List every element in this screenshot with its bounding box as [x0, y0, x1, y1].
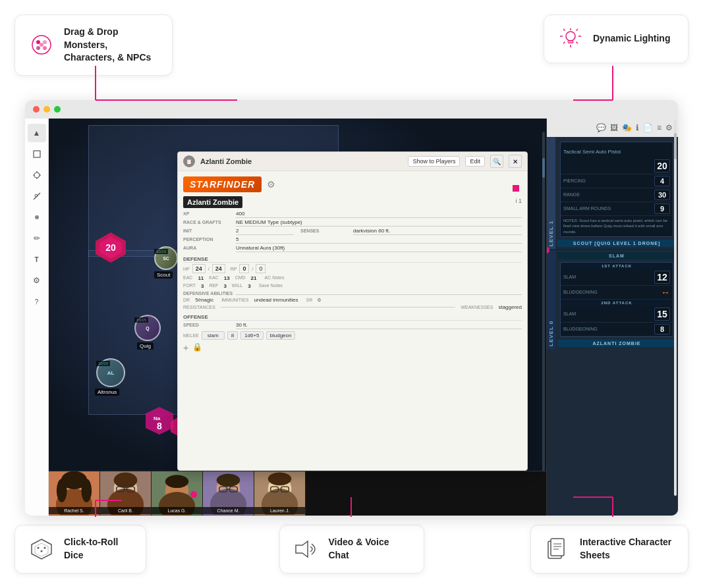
damage-value: 20 [654, 159, 670, 173]
svg-point-35 [35, 215, 39, 219]
svg-point-2 [43, 40, 47, 44]
attack2-type: bludgeoning [563, 327, 654, 332]
player-lucas[interactable]: Lucas G. [152, 471, 203, 516]
svg-point-29 [34, 173, 40, 178]
svg-rect-28 [34, 151, 40, 157]
lightbulb-icon [557, 26, 584, 52]
player-rachel[interactable]: Rachel S. [49, 471, 100, 516]
attack2-weapon: slam [563, 311, 654, 317]
list-icon[interactable]: ≡ [657, 123, 661, 132]
rachel-name: Rachel S. [49, 507, 99, 514]
attack2-value: 15 [654, 307, 670, 321]
attack1-type-row: bludgeoning ↔ [561, 286, 673, 300]
feature-card-dice: Click-to-Roll Dice [14, 525, 146, 574]
attack1-icon: ↔ [661, 287, 670, 298]
character-sheet-popup[interactable]: 📋 Azlanti Zombie Show to Players Edit 🔍 … [177, 151, 528, 471]
dice-d20-pink: 20 [94, 230, 128, 265]
close-popup-button[interactable]: ✕ [509, 155, 522, 168]
attack1-weapon-row: slam 12 [561, 269, 673, 286]
zombie-section-row: LEVEL 0 SLAM 1st ATTACK slam 12 [547, 250, 678, 349]
starfinder-logo: STARFINDER [183, 176, 262, 192]
chance-name: Chance M. [203, 507, 254, 514]
measure-tool[interactable] [28, 187, 46, 205]
popup-header: 📋 Azlanti Zombie Show to Players Edit 🔍 … [178, 152, 527, 171]
svg-point-3 [36, 46, 40, 50]
right-panel-scrollbar[interactable] [674, 120, 677, 496]
show-players-button[interactable]: Show to Players [408, 156, 460, 167]
defense-stats-row: HP 24 / 24 RP 0 / 0 [183, 264, 522, 273]
char-sheets-label: Interactive Character Sheets [580, 536, 675, 562]
saves-row: FORT3 REF3 WILL3 Save Notes [183, 283, 522, 289]
popup-avatar-icon: 📋 [183, 155, 195, 167]
search-popup-button[interactable]: 🔍 [490, 155, 503, 168]
pan-tool[interactable] [28, 145, 46, 163]
svg-marker-18 [35, 543, 48, 556]
journal-icon[interactable]: 📄 [643, 123, 653, 132]
svg-marker-22 [296, 541, 308, 557]
popup-gear-icon[interactable]: ⚙ [267, 179, 275, 190]
zombie-level-badge: LEVEL 0 [547, 250, 555, 349]
add-melee-button[interactable]: + [183, 342, 188, 353]
ping-tool[interactable] [28, 208, 46, 227]
audio-icon [293, 536, 320, 562]
svg-point-50 [81, 479, 92, 502]
player-chance[interactable]: Chance M. [203, 471, 254, 516]
popup-logo-row: STARFINDER ⚙ [183, 176, 522, 192]
attack1-weapon: slam [563, 275, 654, 280]
map-area[interactable]: 20 10 AC 13/13 Aeon Guard Cadet SAC [49, 119, 546, 516]
edit-button[interactable]: Edit [465, 156, 485, 167]
popup-pink-marker [513, 185, 519, 192]
svg-point-6 [566, 32, 575, 41]
settings-panel-icon[interactable]: ⚙ [665, 123, 673, 132]
carli-name: Carli B. [100, 507, 151, 514]
video-voice-label: Video & Voice Chat [329, 536, 410, 562]
damage-type-row: piercing 4 [561, 174, 673, 188]
resist-weak-row: RESISTANCES WEAKNESSES staggered [183, 304, 522, 310]
sidebar-tools: ▲ ✏ T ⚙ ? [25, 119, 49, 516]
help-tool[interactable]: ? [28, 292, 46, 311]
player-lauren[interactable]: Lauren J. [254, 471, 306, 516]
image-icon[interactable]: 🖼 [610, 123, 618, 132]
zombie-name-badge: Azlanti Zombie [183, 196, 242, 208]
map-scrollbar[interactable] [542, 132, 545, 502]
text-tool[interactable]: T [28, 250, 46, 269]
lock-icon: 🔒 [192, 342, 202, 353]
zombie-attack-section: LEVEL 0 SLAM 1st ATTACK slam 12 [547, 250, 678, 349]
scout-weapon-panel: Tactical Semi Auto Pistol 20 piercing 4 [555, 137, 678, 249]
attack2-type-row: bludgeoning 8 [561, 323, 673, 336]
label-scout: Scout [154, 271, 173, 279]
svg-line-14 [576, 42, 578, 44]
app-content: ▲ ✏ T ⚙ ? [25, 119, 678, 516]
palette-icon [28, 32, 55, 58]
maximize-dot[interactable] [54, 106, 61, 113]
ammo-row: small arm rounds 9 [561, 202, 673, 216]
dice-icon [28, 536, 55, 562]
player-carli[interactable]: Carli B. [100, 471, 152, 516]
speed-field: SPEED 30 ft. [183, 322, 522, 329]
lucas-name: Lucas G. [152, 507, 202, 514]
range-row: RANGE 30 [561, 188, 673, 202]
close-dot[interactable] [33, 106, 40, 113]
minimize-dot[interactable] [43, 106, 50, 113]
label-quig: Quig [137, 342, 154, 350]
player-bar: Rachel S. [49, 471, 546, 516]
svg-line-11 [563, 29, 565, 31]
settings-tool[interactable]: ⚙ [28, 271, 46, 290]
main-app-window: ▲ ✏ T ⚙ ? [25, 100, 678, 516]
scout-level-badge: LEVEL 1 [547, 137, 555, 249]
add-lock-row: + 🔒 [183, 342, 522, 353]
zombie-index: i 1 [515, 198, 522, 204]
chat-icon[interactable]: 💬 [596, 123, 606, 132]
feature-card-video-chat: Video & Voice Chat [279, 525, 424, 574]
svg-point-65 [217, 473, 240, 487]
select-tool[interactable] [28, 166, 46, 184]
feature-card-char-sheets: Interactive Character Sheets [530, 525, 689, 574]
svg-point-5 [40, 43, 43, 47]
info-icon[interactable]: ℹ [636, 123, 639, 132]
token-icon[interactable]: 🎭 [622, 123, 632, 132]
draw-tool[interactable]: ✏ [28, 229, 46, 248]
svg-line-12 [576, 29, 578, 31]
svg-point-20 [44, 547, 46, 549]
cursor-tool[interactable]: ▲ [28, 124, 46, 142]
feature-card-dynamic-lighting: Dynamic Lighting [544, 14, 689, 63]
